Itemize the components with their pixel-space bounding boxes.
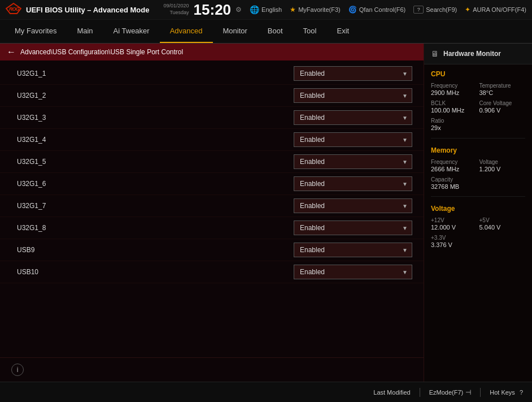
hw-memory-voltage-label: Voltage [479, 159, 526, 166]
svg-text:ROG: ROG [9, 6, 20, 12]
hw-cpu-frequency-value: 2900 MHz [431, 89, 477, 97]
dropdown-u32g1-2[interactable]: EnabledDisabled [294, 88, 412, 103]
setting-row: U32G1_1 EnabledDisabled ▼ [0, 63, 424, 85]
dropdown-wrapper[interactable]: EnabledDisabled ▼ [294, 132, 412, 147]
dropdown-wrapper[interactable]: EnabledDisabled ▼ [294, 176, 412, 191]
nav-my-favorites[interactable]: My Favorites [5, 20, 67, 43]
fan-icon: 🌀 [348, 6, 357, 14]
setting-control-u32g1-7[interactable]: EnabledDisabled ▼ [294, 198, 412, 213]
setting-label-usb10: USB10 [17, 268, 294, 276]
setting-label-u32g1-6: U32G1_6 [17, 180, 294, 188]
dropdown-wrapper[interactable]: EnabledDisabled ▼ [294, 265, 412, 279]
hot-keys-button[interactable]: Hot Keys ? [490, 389, 523, 396]
dropdown-usb10[interactable]: EnabledDisabled [294, 265, 412, 279]
shortcut-search[interactable]: ? Search(F9) [413, 6, 457, 14]
dropdown-usb9[interactable]: EnabledDisabled [294, 243, 412, 257]
hw-memory-section: Memory Frequency 2666 MHz Voltage 1.200 … [424, 141, 532, 194]
hw-cpu-section: CPU Frequency 2900 MHz Temperature 38°C … [424, 64, 532, 136]
dropdown-wrapper[interactable]: EnabledDisabled ▼ [294, 154, 412, 169]
ez-mode-label: EzMode(F7) [429, 389, 464, 396]
rog-svg: ROG [6, 3, 21, 14]
bottom-bar: Last Modified EzMode(F7) ⊣ Hot Keys ? [0, 382, 532, 402]
dropdown-u32g1-5[interactable]: EnabledDisabled [294, 154, 412, 169]
last-modified-button[interactable]: Last Modified [373, 389, 410, 396]
nav-exit[interactable]: Exit [326, 20, 359, 43]
setting-control-u32g1-4[interactable]: EnabledDisabled ▼ [294, 132, 412, 147]
setting-control-u32g1-5[interactable]: EnabledDisabled ▼ [294, 154, 412, 169]
setting-row: U32G1_2 EnabledDisabled ▼ [0, 85, 424, 107]
hw-cpu-bclk: BCLK 100.00 MHz [431, 100, 477, 114]
time-settings-icon[interactable]: ⚙ [236, 6, 242, 14]
dropdown-u32g1-3[interactable]: EnabledDisabled [294, 110, 412, 125]
hw-cpu-ratio-label: Ratio [431, 118, 477, 124]
dropdown-wrapper[interactable]: EnabledDisabled ▼ [294, 221, 412, 235]
nav-monitor[interactable]: Monitor [213, 20, 258, 43]
aura-icon: ✦ [465, 6, 470, 14]
setting-control-u32g1-3[interactable]: EnabledDisabled ▼ [294, 110, 412, 125]
hw-memory-capacity: Capacity 32768 MB [431, 176, 525, 191]
setting-control-u32g1-6[interactable]: EnabledDisabled ▼ [294, 176, 412, 191]
dropdown-u32g1-8[interactable]: EnabledDisabled [294, 221, 412, 235]
star-icon: ★ [290, 6, 296, 14]
dropdown-wrapper[interactable]: EnabledDisabled ▼ [294, 198, 412, 213]
settings-list: U32G1_1 EnabledDisabled ▼ U32G1_2 [0, 60, 424, 357]
setting-row: USB9 EnabledDisabled ▼ [0, 239, 424, 261]
setting-row: U32G1_6 EnabledDisabled ▼ [0, 173, 424, 195]
shortcut-aura-label: AURA ON/OFF(F4) [473, 6, 526, 13]
setting-control-usb10[interactable]: EnabledDisabled ▼ [294, 265, 412, 279]
hw-voltage-5v-label: +5V [479, 217, 526, 224]
rog-logo-icon: ROG [6, 3, 21, 17]
dropdown-u32g1-4[interactable]: EnabledDisabled [294, 132, 412, 147]
main-panel: ← Advanced\USB Configuration\USB Single … [0, 44, 424, 382]
hw-voltage-12v: +12V 12.000 V [431, 217, 477, 231]
hw-header: 🖥 Hardware Monitor [424, 44, 532, 64]
date-display: 09/01/2020 Tuesday [164, 3, 189, 16]
nav-boot[interactable]: Boot [258, 20, 293, 43]
hw-cpu-temperature: Temperature 38°C [479, 83, 526, 97]
nav-advanced[interactable]: Advanced [160, 20, 213, 43]
dropdown-u32g1-6[interactable]: EnabledDisabled [294, 176, 412, 191]
dropdown-wrapper[interactable]: EnabledDisabled ▼ [294, 66, 412, 81]
hw-cpu-temperature-label: Temperature [479, 83, 526, 89]
dropdown-u32g1-1[interactable]: EnabledDisabled [294, 66, 412, 81]
setting-control-u32g1-8[interactable]: EnabledDisabled ▼ [294, 221, 412, 235]
ez-mode-icon: ⊣ [465, 388, 471, 396]
setting-label-u32g1-7: U32G1_7 [17, 202, 294, 210]
hw-voltage-5v: +5V 5.040 V [479, 217, 526, 231]
dropdown-wrapper[interactable]: EnabledDisabled ▼ [294, 243, 412, 257]
shortcut-qfan-label: Qfan Control(F6) [359, 6, 406, 13]
shortcut-aura[interactable]: ✦ AURA ON/OFF(F4) [465, 6, 526, 14]
breadcrumb: Advanced\USB Configuration\USB Single Po… [20, 48, 183, 56]
hot-keys-box-icon: ? [520, 389, 523, 396]
hw-cpu-title: CPU [431, 70, 525, 78]
setting-control-u32g1-1[interactable]: EnabledDisabled ▼ [294, 66, 412, 81]
setting-label-u32g1-2: U32G1_2 [17, 92, 294, 100]
hw-cpu-ratio-value: 29x [431, 124, 477, 132]
hw-cpu-ratio: Ratio 29x [431, 118, 477, 132]
setting-control-usb9[interactable]: EnabledDisabled ▼ [294, 243, 412, 257]
setting-row: U32G1_7 EnabledDisabled ▼ [0, 195, 424, 217]
hw-cpu-temperature-value: 38°C [479, 89, 526, 97]
dropdown-wrapper[interactable]: EnabledDisabled ▼ [294, 110, 412, 125]
nav-ai-tweaker[interactable]: Ai Tweaker [103, 20, 160, 43]
setting-control-u32g1-2[interactable]: EnabledDisabled ▼ [294, 88, 412, 103]
header-shortcuts: 09/01/2020 Tuesday 15:20 ⚙ 🌐 English ★ M… [164, 2, 526, 17]
shortcut-myfavorite[interactable]: ★ MyFavorite(F3) [290, 6, 341, 14]
hardware-monitor-panel: 🖥 Hardware Monitor CPU Frequency 2900 MH… [424, 44, 532, 382]
hw-memory-title: Memory [431, 146, 525, 154]
dropdown-wrapper[interactable]: EnabledDisabled ▼ [294, 88, 412, 103]
setting-row: U32G1_4 EnabledDisabled ▼ [0, 129, 424, 151]
setting-label-u32g1-1: U32G1_1 [17, 70, 294, 77]
dropdown-u32g1-7[interactable]: EnabledDisabled [294, 198, 412, 213]
nav-main[interactable]: Main [67, 20, 103, 43]
shortcut-qfan[interactable]: 🌀 Qfan Control(F6) [348, 6, 406, 14]
setting-row: USB10 EnabledDisabled ▼ [0, 261, 424, 283]
hw-cpu-core-voltage: Core Voltage 0.906 V [479, 100, 526, 114]
ez-mode-button[interactable]: EzMode(F7) ⊣ [429, 388, 472, 396]
bios-title: UEFI BIOS Utility – Advanced Mode [26, 6, 149, 14]
search-box-icon: ? [413, 6, 424, 14]
shortcut-globe[interactable]: 🌐 English [250, 5, 282, 14]
hw-voltage-section: Voltage +12V 12.000 V +5V 5.040 V +3.3V … [424, 199, 532, 252]
nav-tool[interactable]: Tool [293, 20, 327, 43]
hw-divider-1 [431, 138, 525, 139]
